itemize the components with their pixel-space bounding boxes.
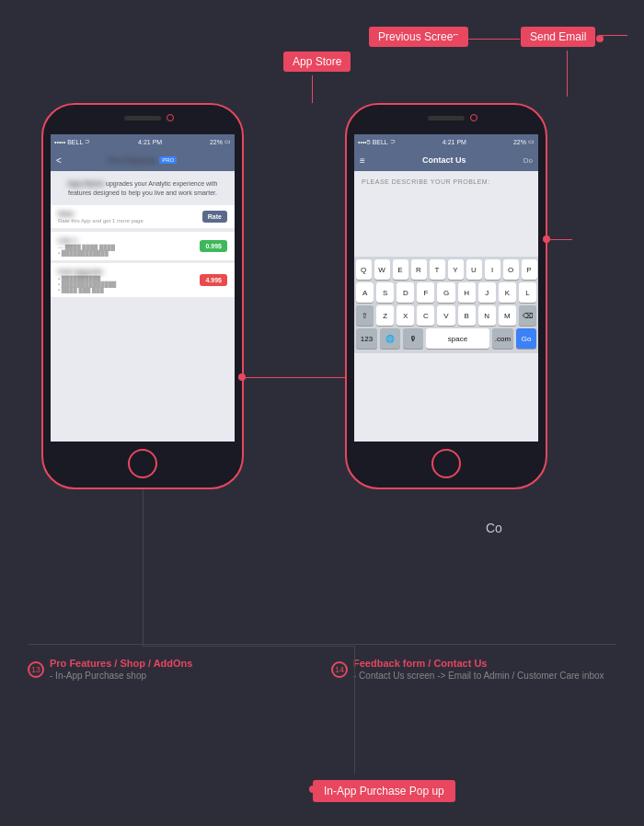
left-status-bar: ••••• BELL ⊃ 4:21 PM 22% ▭ xyxy=(51,134,235,149)
left-intro-text: App Name upgrades your Analytic experien… xyxy=(51,171,235,201)
key-b[interactable]: B xyxy=(458,305,476,326)
left-nav-bar: < Pro Features PRO xyxy=(51,149,235,171)
key-space[interactable]: space xyxy=(426,328,489,349)
in-app-purchase-label[interactable]: In-App Purchase Pop up xyxy=(313,780,455,802)
left-nav-title: Pro Features xyxy=(109,156,157,165)
right-nav-bar: ≡ Contact Us Do xyxy=(354,149,538,171)
key-dotcom[interactable]: .com xyxy=(492,328,513,349)
key-z[interactable]: Z xyxy=(376,305,394,326)
problem-description-label: PLEASE DESCRIBE YOUR PROBLEM: xyxy=(354,171,538,192)
right-label-number: 14 xyxy=(331,661,348,678)
left-rate-section: Rate Rate this App and get 1 more page R… xyxy=(51,205,235,228)
key-a[interactable]: A xyxy=(356,282,374,303)
key-f[interactable]: F xyxy=(417,282,434,303)
right-phone-screen: ••••5 BELL ⊃ 4:21 PM 22% ▭ ≡ Contact Us … xyxy=(354,134,538,442)
left-back-button[interactable]: < xyxy=(56,155,62,166)
left-product2: Full Upgrade ▪ ██████████ ▪ ████████████… xyxy=(51,263,235,297)
keyboard: Q W E R T Y U I O P A S D F G H J K L xyxy=(354,257,538,353)
key-globe-icon[interactable]: 🌐 xyxy=(380,328,400,349)
app-store-label: App Store xyxy=(283,52,351,72)
key-j[interactable]: J xyxy=(478,282,496,303)
left-screen-label: 13 Pro Features / Shop / AddOns - In-App… xyxy=(28,658,192,681)
hamburger-icon[interactable]: ≡ xyxy=(360,155,365,166)
key-r[interactable]: R xyxy=(411,259,427,280)
right-nav-action[interactable]: Do xyxy=(523,156,533,165)
key-u[interactable]: U xyxy=(466,259,482,280)
right-label-title: Feedback form / Contact Us xyxy=(353,658,604,669)
left-rate-title: Rate xyxy=(58,210,144,218)
key-h[interactable]: H xyxy=(458,282,476,303)
send-email-label[interactable]: Send Email xyxy=(521,27,595,47)
left-rate-subtitle: Rate this App and get 1 more page xyxy=(58,218,144,224)
left-product1-title: Lite 1 xyxy=(58,236,200,245)
co-text: Co xyxy=(486,521,502,535)
right-screen-label: 14 Feedback form / Contact Us - Contact … xyxy=(331,658,604,681)
right-phone-frame: ••••5 BELL ⊃ 4:21 PM 22% ▭ ≡ Contact Us … xyxy=(345,103,547,489)
left-nav-badge: PRO xyxy=(159,156,177,164)
key-l[interactable]: L xyxy=(519,282,536,303)
left-time: 4:21 PM xyxy=(138,139,162,145)
key-k[interactable]: K xyxy=(499,282,516,303)
text-area[interactable] xyxy=(354,192,538,257)
key-d[interactable]: D xyxy=(397,282,414,303)
left-wifi-icon: ⊃ xyxy=(85,138,90,145)
left-product1: Lite 1 — ████ ████ ████ ▪ ████████████ 0… xyxy=(51,232,235,260)
right-battery: 22% xyxy=(513,139,526,145)
right-wifi-icon: ⊃ xyxy=(390,138,396,145)
key-i[interactable]: I xyxy=(485,259,500,280)
key-e[interactable]: E xyxy=(393,259,408,280)
key-s[interactable]: S xyxy=(376,282,394,303)
left-label-title: Pro Features / Shop / AddOns xyxy=(50,658,192,669)
right-nav-title: Contact Us xyxy=(422,155,466,165)
key-go[interactable]: Go xyxy=(516,328,536,349)
left-product2-price[interactable]: 4.99$ xyxy=(200,274,227,286)
left-battery-icon: ▭ xyxy=(224,138,231,145)
key-t[interactable]: T xyxy=(430,259,445,280)
left-phone-frame: ••••• BELL ⊃ 4:21 PM 22% ▭ < Pro Feature… xyxy=(41,103,244,489)
left-product1-detail2: ▪ ████████████ xyxy=(58,250,200,256)
key-shift[interactable]: ⇧ xyxy=(356,305,374,326)
keyboard-row-bottom: 123 🌐 🎙 space .com Go xyxy=(356,328,536,349)
keyboard-row2: A S D F G H J K L xyxy=(356,282,536,303)
left-label-number: 13 xyxy=(28,661,44,678)
left-phone-screen: ••••• BELL ⊃ 4:21 PM 22% ▭ < Pro Feature… xyxy=(51,134,235,442)
left-product2-detail3: ▪ ████ ███ ███ xyxy=(58,287,200,293)
right-label-desc: - Contact Us screen -> Email to Admin / … xyxy=(353,671,604,681)
left-product1-price[interactable]: 0.99$ xyxy=(200,240,227,252)
keyboard-row3: ⇧ Z X C V B N M ⌫ xyxy=(356,305,536,326)
left-product2-title: Full Upgrade xyxy=(58,268,200,276)
left-battery: 22% xyxy=(210,139,223,145)
key-w[interactable]: W xyxy=(374,259,390,280)
key-p[interactable]: P xyxy=(522,259,537,280)
key-mic-icon[interactable]: 🎙 xyxy=(403,328,423,349)
key-x[interactable]: X xyxy=(397,305,414,326)
key-123[interactable]: 123 xyxy=(356,328,377,349)
key-c[interactable]: C xyxy=(417,305,434,326)
right-time: 4:21 PM xyxy=(443,139,466,145)
key-g[interactable]: G xyxy=(437,282,454,303)
key-v[interactable]: V xyxy=(437,305,454,326)
left-label-desc: - In-App Purchase shop xyxy=(50,671,192,681)
right-status-bar: ••••5 BELL ⊃ 4:21 PM 22% ▭ xyxy=(354,134,538,149)
left-carrier: ••••• BELL xyxy=(54,139,83,145)
right-battery-icon: ▭ xyxy=(528,138,535,145)
keyboard-row1: Q W E R T Y U I O P xyxy=(356,259,536,280)
key-n[interactable]: N xyxy=(478,305,496,326)
key-m[interactable]: M xyxy=(499,305,516,326)
left-rate-button[interactable]: Rate xyxy=(202,211,227,223)
right-carrier: ••••5 BELL xyxy=(358,139,388,145)
key-y[interactable]: Y xyxy=(448,259,464,280)
key-q[interactable]: Q xyxy=(356,259,372,280)
key-o[interactable]: O xyxy=(503,259,519,280)
key-delete[interactable]: ⌫ xyxy=(519,305,536,326)
